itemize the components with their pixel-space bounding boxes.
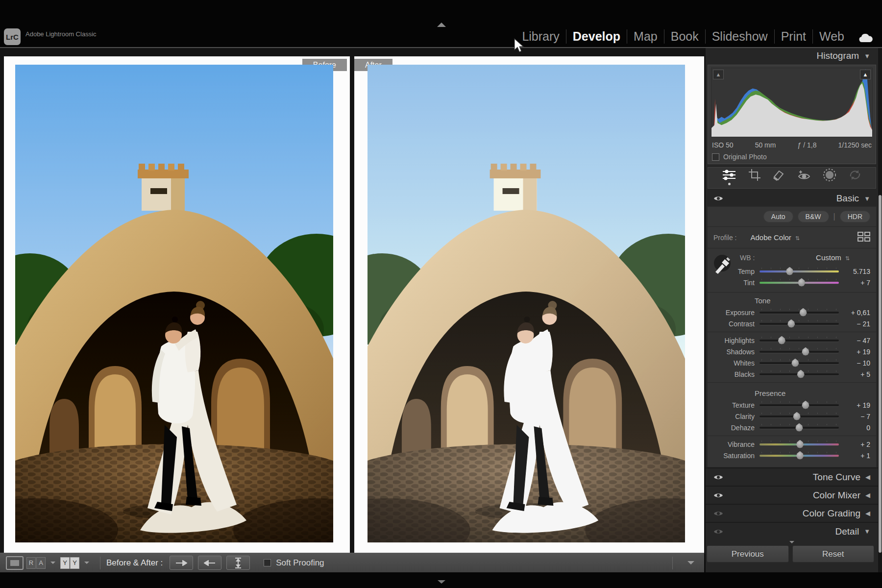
compare-view-caret-icon[interactable] [50,562,55,564]
before-after-view-button[interactable]: Y Y [60,557,79,569]
reset-button[interactable]: Reset [792,545,875,563]
pill-separator: | [833,212,835,221]
after-photo[interactable] [368,65,685,542]
shadow-clipping-icon[interactable]: ▲ [713,70,724,79]
iso-value: ISO 50 [712,141,734,149]
module-map[interactable]: Map [627,29,664,44]
cloud-sync-icon[interactable] [858,33,873,45]
saturation-slider-thumb[interactable] [796,451,804,460]
tone-section-label[interactable]: Tone [708,293,876,307]
red-eye-tool-icon[interactable] [797,169,811,185]
develop-right-panel: Histogram ▲ ▲ ISO 50 50 mm ƒ / 1,8 1/125… [706,47,878,574]
slider-texture: Texture + 19 [708,399,876,411]
auto-button[interactable]: Auto [763,211,793,222]
slider-temp: Temp 5.713 [708,266,876,277]
whites-slider-thumb[interactable] [791,359,799,367]
detail-eye-icon[interactable] [713,528,723,535]
module-nav: Library Develop Map Book Slideshow Print… [515,29,851,44]
texture-slider[interactable] [760,404,839,406]
presence-section-label[interactable]: Presence [708,385,876,399]
wb-select[interactable]: Custom⇅ [816,253,850,262]
original-photo-checkbox[interactable] [712,153,719,161]
color-grading-eye-icon[interactable] [713,510,723,517]
highlights-slider-thumb[interactable] [778,336,785,344]
aperture-value: ƒ / 1,8 [798,141,817,149]
color-mixer-eye-icon[interactable] [713,492,723,499]
tone-curve-panel-header[interactable]: Tone Curve [706,467,878,486]
compare-view-button[interactable]: R A [26,557,46,569]
module-develop[interactable]: Develop [566,29,627,44]
copy-before-to-after-button[interactable] [170,556,193,570]
dehaze-slider[interactable] [760,427,839,429]
slider-clarity: Clarity − 7 [708,411,876,422]
module-book[interactable]: Book [664,29,705,44]
previous-button[interactable]: Previous [707,545,789,563]
before-after-label: Before & After : [106,558,163,568]
dehaze-slider-thumb[interactable] [795,423,803,432]
shadows-slider[interactable] [760,351,839,353]
profile-browser-icon[interactable] [858,232,870,243]
masking-tool-icon[interactable] [823,168,836,186]
module-print[interactable]: Print [774,29,812,44]
module-slideshow[interactable]: Slideshow [705,29,774,44]
histogram-panel-header[interactable]: Histogram [706,48,878,64]
slider-contrast: Contrast − 21 [708,318,876,329]
right-panel-scrollbar[interactable] [878,48,882,574]
slider-dehaze: Dehaze 0 [708,422,876,433]
vibrance-slider[interactable] [760,443,839,445]
soft-proofing-checkbox[interactable] [264,559,271,566]
exposure-slider[interactable] [760,312,839,314]
wb-eyedropper-icon[interactable] [712,253,732,277]
tone-curve-eye-icon[interactable] [713,474,723,481]
whites-slider[interactable] [760,362,839,364]
tint-slider[interactable] [760,282,839,284]
toolbar-options-caret-icon[interactable] [687,561,694,564]
temp-slider-thumb[interactable] [786,267,794,275]
adjust-sliders-tool-icon[interactable] [722,169,736,185]
highlights-slider[interactable] [760,340,839,342]
color-grading-panel-header[interactable]: Color Grading [706,504,878,522]
before-after-view-caret-icon[interactable] [84,562,89,564]
exposure-slider-thumb[interactable] [799,308,807,317]
soft-proofing-label: Soft Proofing [276,558,324,568]
tint-slider-thumb[interactable] [798,278,806,287]
clarity-slider[interactable] [760,416,839,417]
bw-button[interactable]: B&W [798,211,829,222]
after-photo-scene [368,65,685,542]
slider-highlights: Highlights − 47 [708,335,876,346]
highlight-clipping-icon[interactable]: ▲ [860,70,871,79]
top-panel-reveal-arrow-icon[interactable] [437,23,446,27]
scrollbar-thumb[interactable] [879,195,882,553]
temp-slider[interactable] [760,270,839,272]
hdr-button[interactable]: HDR [840,211,870,222]
texture-slider-thumb[interactable] [802,401,809,409]
profile-select[interactable]: Adobe Color⇅ [750,233,800,242]
bottom-panel-reveal-arrow-icon[interactable] [438,580,445,584]
basic-panel-header[interactable]: Basic [706,192,878,205]
slider-tint: Tint + 7 [708,277,876,288]
saturation-slider[interactable] [760,455,839,457]
histogram-graph[interactable]: ▲ ▲ [711,68,873,137]
clarity-slider-thumb[interactable] [793,412,801,420]
copy-after-to-before-button[interactable] [198,556,221,570]
detail-panel-header[interactable]: Detail [706,522,878,540]
contrast-slider-thumb[interactable] [787,319,795,328]
color-mixer-panel-header[interactable]: Color Mixer [706,486,878,504]
slider-shadows: Shadows + 19 [708,346,876,357]
blacks-slider-thumb[interactable] [797,370,805,378]
module-web[interactable]: Web [812,29,851,44]
basic-eye-icon[interactable] [713,195,723,202]
swap-before-after-button[interactable] [226,556,250,570]
contrast-slider[interactable] [760,323,839,325]
shadows-slider-thumb[interactable] [802,347,809,356]
lrc-logo[interactable]: LrC [4,28,21,45]
blacks-slider[interactable] [760,373,839,375]
healing-tool-icon[interactable] [773,169,785,185]
vibrance-slider-thumb[interactable] [796,440,804,448]
tool-strip [708,167,876,189]
sync-tool-icon[interactable] [848,169,862,185]
crop-tool-icon[interactable] [748,169,761,185]
after-pane: After [354,56,704,553]
loupe-view-button[interactable] [6,556,24,570]
before-photo[interactable] [15,65,333,542]
